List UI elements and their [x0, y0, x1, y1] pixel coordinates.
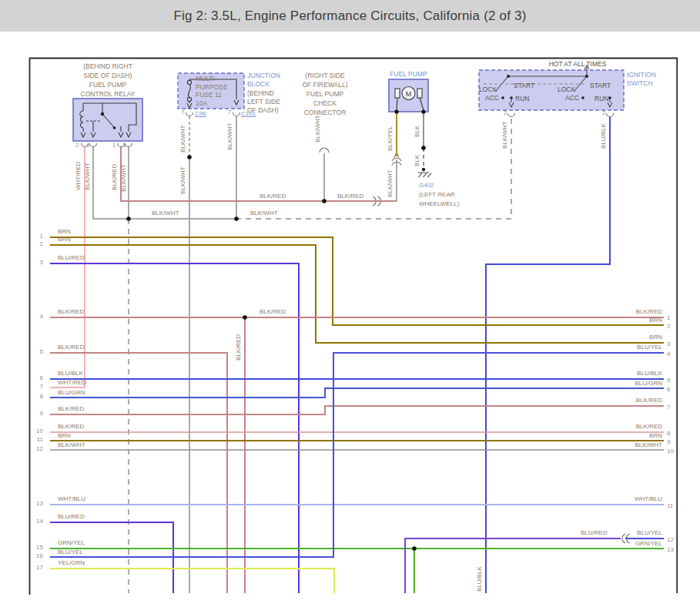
right-label-5: BLU/BLK [539, 370, 662, 377]
relay-pin-1: 1 [112, 143, 116, 149]
left-num-14: 14 [25, 518, 43, 525]
relay-location: (BEHIND RIGHT SIDE OF DASH) FUEL PUMP CO… [54, 62, 162, 99]
diagram-canvas: M [0, 0, 700, 614]
ground-link-g402[interactable]: G402 [419, 181, 434, 190]
trunk-label-blk-wht-a: BLK/WHT [152, 210, 179, 216]
ground-location: (LEFT REAR WHEELWELL) [419, 190, 459, 209]
relay-pin-2: 2 [75, 143, 79, 149]
fuel-pump-label: FUEL PUMP [370, 70, 447, 79]
wire-label-check: BLK/WHT [314, 115, 321, 143]
wire-row17-yel-grn [50, 569, 334, 593]
left-label-6: BLU/BLK [58, 370, 83, 377]
right-num-2: 2 [667, 323, 678, 330]
trunk-label-blk-red-b: BLK/RED [337, 193, 363, 200]
left-label-16: BLU/YEL [58, 549, 83, 555]
left-label-13: WHT/BLU [58, 495, 85, 502]
ignition-acc-1: ACC [485, 95, 499, 102]
ignition-pin-2-right: 2 [602, 110, 605, 116]
ignition-run-1: RUN [515, 96, 529, 102]
wire-row9-blk-red [50, 406, 664, 414]
right-num-3: 3 [667, 341, 678, 347]
wire-label-c101: BLK/WHT [226, 122, 233, 150]
right-label-11: WHT/BLU [539, 495, 662, 502]
left-num-15: 15 [25, 544, 43, 551]
motor-letter: M [406, 90, 412, 98]
right-num-6: 6 [667, 386, 678, 393]
left-num-3: 3 [25, 259, 43, 266]
wire-blu-blk-ignition [486, 117, 610, 593]
right-num-9: 9 [667, 438, 678, 445]
wire-label-blk-a: BLK [414, 126, 420, 137]
ignition-start-1: START [514, 82, 534, 89]
ignition-pin-2-left: 2 [504, 110, 507, 116]
left-num-2: 2 [25, 240, 43, 247]
colored-wires [50, 112, 664, 593]
left-label-1: BRN [58, 228, 71, 235]
wire-label-row4-vert: BLK/RED [235, 334, 242, 361]
left-label-7: WHT/RED [58, 379, 86, 386]
ignition-run-2: RUN [594, 96, 608, 102]
right-num-7: 7 [667, 404, 678, 411]
wire-label-blk-wht-pin3: BLK/WHT [120, 164, 127, 192]
trunk-label-blk-red-a: BLK/RED [260, 193, 286, 200]
left-label-4: BLK/RED [58, 308, 84, 315]
left-label-10: BLK/RED [58, 423, 84, 430]
connector-link-c96[interactable]: C96 [195, 110, 206, 117]
wire-label-blk-wht-pin4: BLK/WHT [84, 163, 91, 190]
left-num-12: 12 [25, 445, 43, 452]
left-label-17: YEL/GRN [58, 559, 85, 566]
right-label-10: BLK/WHT [539, 441, 662, 448]
wire-label-wht-red: WHT/RED [75, 162, 82, 190]
wire-label-c96-b: BLK/WHT [179, 166, 186, 194]
right-num-12: 12 [667, 536, 678, 543]
right-num-4: 4 [667, 351, 678, 357]
left-num-1: 1 [25, 233, 43, 240]
right-label-4: BLU/YEL [539, 344, 662, 351]
junction-dots [126, 109, 426, 550]
c96-pin-number: 7 [181, 109, 184, 116]
left-num-16: 16 [25, 552, 43, 559]
wire-label-blk-yel: BLK/YEL [387, 126, 394, 151]
left-label-8: BLU/GRN [58, 389, 85, 396]
wire-label-ign-blu-blk: BLU/BLK [600, 123, 607, 149]
right-label-8: BLK/RED [539, 423, 662, 430]
left-num-7: 7 [25, 383, 43, 390]
right-label-6: BLU/GRN [539, 380, 662, 387]
left-num-4: 4 [25, 313, 43, 320]
left-label-9: BLK/RED [58, 405, 84, 412]
wire-label-ign-blk-wht: BLK/WHT [501, 121, 508, 149]
right-num-8: 8 [667, 430, 678, 437]
right-num-11: 11 [667, 502, 678, 509]
wiring-diagram-page: Fig 2: 3.5L, Engine Performance Circuits… [0, 0, 700, 614]
right-label-13: GRN/YEL [539, 540, 662, 547]
ignition-lock-2: LOCK [558, 86, 575, 93]
left-num-9: 9 [25, 410, 43, 417]
right-num-1: 1 [667, 314, 678, 321]
left-label-2: BRN [58, 236, 71, 243]
left-num-5: 5 [25, 348, 43, 355]
ignition-acc-2: ACC [565, 95, 579, 102]
right-label-9: BRN [539, 432, 662, 439]
fuse-text: MULTI- PURPOSE FUSE 11 10A [196, 75, 228, 107]
right-label-2: BRN [539, 317, 662, 324]
trunk-label-row4-mid: BLK/RED [260, 308, 286, 315]
left-label-3: BLU/RED [58, 254, 85, 261]
trunk-label-blk-wht-b: BLK/WHT [250, 210, 278, 216]
c101-pin-number: 7 [228, 109, 231, 116]
connector-link-c101[interactable]: C101 [241, 110, 256, 117]
right-label-7: BLK/RED [539, 397, 662, 404]
left-label-14: BLU/RED [58, 513, 85, 520]
left-label-5: BLK/RED [58, 344, 84, 351]
connector-symbols [82, 112, 630, 543]
left-num-6: 6 [25, 374, 43, 381]
wire-label-blu-blk-bottom: BLU/BLK [476, 566, 483, 592]
wire-label-blk-b: BLK [414, 155, 420, 166]
relay-pin-4: 4 [86, 143, 89, 149]
right-label-1: BLK/RED [539, 308, 662, 315]
wire-blkwht-dashed-ignition [236, 117, 511, 219]
right-label-3: BRN [539, 334, 662, 341]
relay-pin-3: 3 [122, 143, 126, 149]
left-label-15: GRN/YEL [58, 539, 85, 546]
ignition-lock-1: LOCK [479, 86, 497, 93]
left-num-8: 8 [25, 393, 43, 400]
